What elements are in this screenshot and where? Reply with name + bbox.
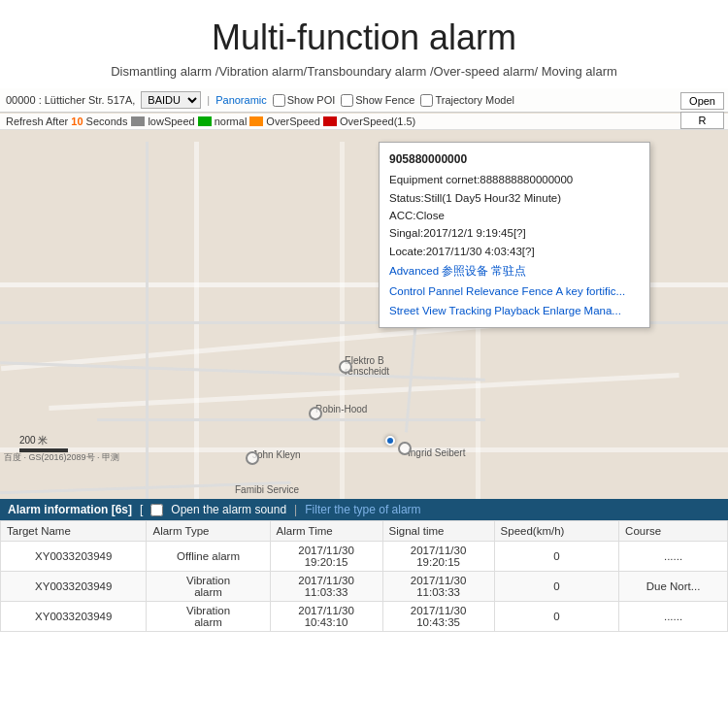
speed-legend: lowSpeed normal OverSpeed OverSpeed(1.5) xyxy=(131,116,415,127)
link-tracking[interactable]: Tracking xyxy=(449,302,492,319)
info-popup: 905880000000 Equipment cornet:8888888800… xyxy=(379,142,650,328)
show-fence-label[interactable]: Show Fence xyxy=(341,94,414,107)
alarm-cell-2-4: 0 xyxy=(494,602,619,632)
popup-device-id: 905880000000 xyxy=(389,150,640,169)
location-dot xyxy=(385,436,395,446)
show-fence-checkbox[interactable] xyxy=(341,94,353,107)
link-manage[interactable]: Mana... xyxy=(584,302,621,319)
alarm-header: Alarm information [6s] [ Open the alarm … xyxy=(0,499,728,520)
show-poi-label[interactable]: Show POI xyxy=(273,94,336,107)
popup-locate: Locate:2017/11/30 4:03:43[?] xyxy=(389,243,640,260)
scale-label: 200 米 xyxy=(19,435,48,446)
alarm-cell-0-0: XY0033203949 xyxy=(1,542,147,572)
link-ref-device[interactable]: 参照设备 xyxy=(442,262,488,280)
trajectory-checkbox[interactable] xyxy=(420,94,433,107)
open-button[interactable]: Open xyxy=(680,92,724,110)
popup-equipment: Equipment cornet:888888880000000 xyxy=(389,171,640,188)
alarm-table-header-row: Target Name Alarm Type Alarm Time Signal… xyxy=(1,521,728,542)
circle-robinhood xyxy=(309,407,322,420)
alarm-cell-2-0: XY0033203949 xyxy=(1,602,147,632)
alarm-cell-1-0: XY0033203949 xyxy=(1,572,147,602)
alarm-sound-label: Open the alarm sound xyxy=(171,503,286,516)
popup-links-row3: Street View Tracking Playback Enlarge Ma… xyxy=(389,302,640,319)
map-type-select[interactable]: BAIDU Google xyxy=(141,91,201,109)
alarm-cell-1-2: 2017/11/30 11:03:33 xyxy=(270,572,382,602)
alarm-row-1[interactable]: XY0033203949Vibration alarm2017/11/30 11… xyxy=(1,572,728,602)
alarm-cell-0-2: 2017/11/30 19:20:15 xyxy=(270,542,382,572)
circle-ingrid xyxy=(398,442,412,455)
alarm-table: Target Name Alarm Type Alarm Time Signal… xyxy=(0,520,728,632)
alarm-sep0: [ xyxy=(140,503,143,516)
header-section: Multi-function alarm Dismantling alarm /… xyxy=(0,0,728,88)
circle-elektro xyxy=(339,360,352,374)
scale-bar: 200 米 xyxy=(19,434,68,452)
popup-acc: ACC:Close xyxy=(389,207,640,224)
link-enlarge[interactable]: Enlarge xyxy=(543,302,581,319)
popup-links-row1: Advanced 参照设备 常驻点 xyxy=(389,262,640,280)
alarm-cell-0-3: 2017/11/30 19:20:15 xyxy=(382,542,494,572)
alarm-sound-checkbox[interactable] xyxy=(150,504,163,516)
col-alarm-type: Alarm Type xyxy=(147,521,270,542)
legend-normal-label: normal xyxy=(215,116,248,127)
popup-status: Status:Still(1 Day5 Hour32 Minute) xyxy=(389,189,640,207)
subtitle: Dismantling alarm /Vibration alarm/Trans… xyxy=(19,64,709,79)
link-key-fortific[interactable]: A key fortific... xyxy=(556,282,626,300)
map-container: Kletterwald Aachen Elektro Brenscheidt R… xyxy=(0,88,728,632)
alarm-row-0[interactable]: XY0033203949Offline alarm2017/11/30 19:2… xyxy=(1,542,728,572)
place-robinhood: Robin-Hood xyxy=(315,404,367,414)
alarm-row-2[interactable]: XY0033203949Vibration alarm2017/11/30 10… xyxy=(1,602,728,632)
legend-overspeed-label: OverSpeed xyxy=(266,116,320,127)
alarm-cell-1-5: Due Nort... xyxy=(619,572,728,602)
show-poi-checkbox[interactable] xyxy=(273,94,285,107)
alarm-cell-2-5: ...... xyxy=(619,602,728,632)
link-resident[interactable]: 常驻点 xyxy=(491,262,526,280)
map-toolbar: 00000 : Lütticher Str. 517A, BAIDU Googl… xyxy=(0,88,728,113)
map-copyright: 百度 · GS(2016)2089号 · 甲测 xyxy=(4,451,119,464)
legend-lowspeed-color xyxy=(131,116,145,126)
alarm-separator: | xyxy=(294,503,297,516)
address-label: 00000 : Lütticher Str. 517A, xyxy=(6,94,135,106)
legend-overspeed-color xyxy=(249,116,263,126)
alarm-cell-0-4: 0 xyxy=(494,542,619,572)
legend-normal-color xyxy=(198,116,212,126)
legend-overspeed15-color xyxy=(323,116,337,126)
alarm-table-body: XY0033203949Offline alarm2017/11/30 19:2… xyxy=(1,542,728,632)
col-speed: Speed(km/h) xyxy=(494,521,619,542)
place-famibi: Famibi Service xyxy=(235,484,299,495)
popup-signal: Singal:2017/12/1 9:19:45[?] xyxy=(389,224,640,242)
refresh-text: Refresh After 10 Seconds xyxy=(6,116,127,127)
place-ingrid: Ingrid Seibert xyxy=(408,447,465,458)
link-relevance-fence[interactable]: Relevance Fence xyxy=(466,282,553,300)
alarm-cell-2-1: Vibration alarm xyxy=(147,602,270,632)
alarm-title: Alarm information [6s] xyxy=(8,503,132,516)
link-advanced[interactable]: Advanced xyxy=(389,262,439,280)
main-title: Multi-function alarm xyxy=(19,17,709,58)
place-johnkleyn: John Kleyn xyxy=(252,449,300,460)
col-target-name: Target Name xyxy=(1,521,147,542)
link-control-panel[interactable]: Control Pannel xyxy=(389,282,463,300)
alarm-cell-0-5: ...... xyxy=(619,542,728,572)
alarm-cell-0-1: Offline alarm xyxy=(147,542,270,572)
link-street-view[interactable]: Street View xyxy=(389,302,447,319)
road-v4 xyxy=(146,142,149,549)
reset-button[interactable]: R xyxy=(680,112,724,129)
map-buttons: Open R xyxy=(680,92,724,129)
circle-johnkleyn xyxy=(246,451,259,465)
alarm-cell-1-4: 0 xyxy=(494,572,619,602)
col-course: Course xyxy=(619,521,728,542)
road-v2 xyxy=(340,142,345,549)
alarm-filter-link[interactable]: Filter the type of alarm xyxy=(305,503,420,516)
alarm-cell-1-3: 2017/11/30 11:03:33 xyxy=(382,572,494,602)
legend-lowspeed-label: lowSpeed xyxy=(148,116,194,127)
panoramic-link[interactable]: Panoramic xyxy=(215,94,267,106)
alarm-section: Alarm information [6s] [ Open the alarm … xyxy=(0,499,728,632)
col-alarm-time: Alarm Time xyxy=(270,521,382,542)
alarm-cell-2-3: 2017/11/30 10:43:35 xyxy=(382,602,494,632)
trajectory-model-label[interactable]: Trajectory Model xyxy=(420,94,514,107)
popup-links-row2: Control Pannel Relevance Fence A key for… xyxy=(389,282,640,300)
sep1: | xyxy=(207,94,210,106)
link-playback[interactable]: Playback xyxy=(494,302,540,319)
refresh-seconds: 10 xyxy=(71,116,83,127)
col-signal-time: Signal time xyxy=(382,521,494,542)
legend-overspeed15-label: OverSpeed(1.5) xyxy=(340,116,415,127)
